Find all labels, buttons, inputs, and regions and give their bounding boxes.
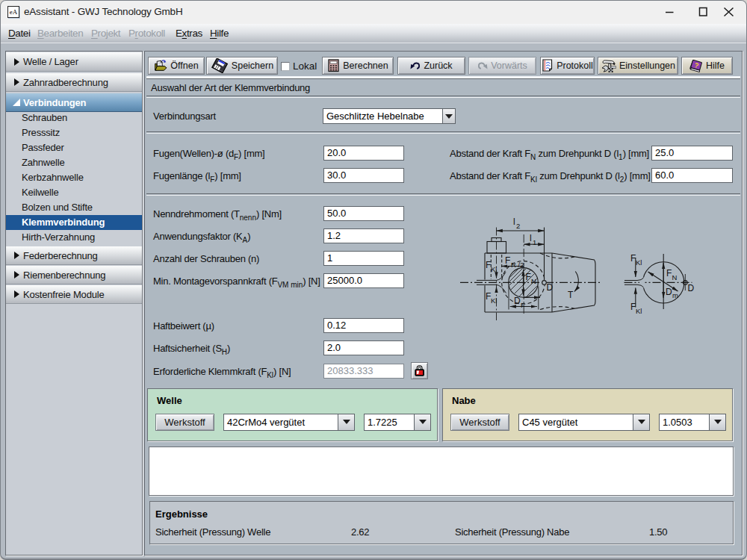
svg-text:R /2: R /2 [511,261,524,269]
svg-text:D: D [688,283,695,293]
svg-text:F: F [666,268,672,279]
svg-text:N: N [672,273,678,281]
svg-text:Kl: Kl [491,265,497,273]
svg-text:D: D [547,282,554,293]
svg-text:D: D [666,287,672,297]
svg-text:N: N [531,277,536,285]
svg-text:D: D [514,296,521,306]
svg-text:1: 1 [533,238,536,246]
svg-text:m: m [672,291,678,299]
svg-text:Kl: Kl [636,258,642,267]
svg-text:2: 2 [516,222,520,230]
svg-text:F: F [505,255,510,266]
svg-text:Kl: Kl [636,307,642,315]
svg-text:F: F [521,301,525,309]
svg-text:T: T [568,290,574,300]
svg-text:l: l [513,217,515,227]
svg-text:l: l [530,233,532,243]
svg-text:F: F [526,272,531,282]
svg-text:Kl: Kl [491,296,497,305]
